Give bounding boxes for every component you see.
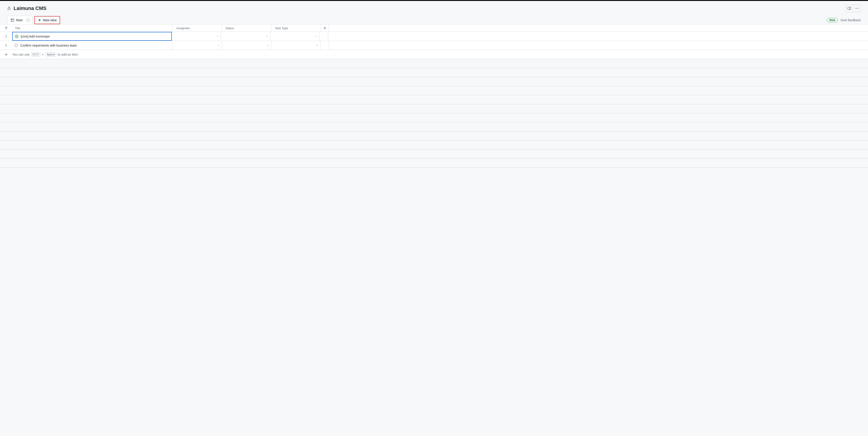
empty-row	[0, 86, 868, 95]
header-right	[845, 4, 861, 12]
svg-rect-1	[848, 7, 851, 10]
lock-icon	[7, 6, 11, 10]
hint-prefix: You can use	[12, 53, 30, 56]
empty-row	[0, 95, 868, 104]
hint-plus: +	[42, 53, 43, 56]
cell-assignees[interactable]	[172, 32, 221, 41]
svg-point-4	[857, 8, 857, 9]
row-title-text: [cms] Add monorepo	[21, 35, 50, 38]
empty-row	[0, 59, 868, 68]
table-icon	[11, 18, 14, 22]
row-number[interactable]: 1	[0, 32, 12, 41]
tabs-right: Beta Give feedback	[827, 18, 861, 22]
table-container: Title Assignees Status Task Type 1 [cms]…	[0, 24, 868, 168]
tab-main[interactable]: Main	[7, 16, 33, 24]
empty-row	[0, 140, 868, 149]
chevron-down-icon	[217, 36, 219, 37]
cell-status[interactable]	[221, 32, 270, 41]
draft-issue-icon	[14, 43, 18, 47]
chevron-down-icon	[218, 45, 219, 46]
kbd-ctrl: Ctrl	[31, 52, 41, 57]
empty-row	[0, 68, 868, 77]
beta-badge: Beta	[827, 18, 838, 22]
column-header-assignees[interactable]: Assignees	[173, 24, 222, 32]
cell-spacer	[320, 32, 328, 41]
table-header-row: Title Assignees Status Task Type	[0, 24, 868, 32]
tabs-left: Main New view	[7, 16, 60, 24]
new-view-label: New view	[43, 18, 57, 22]
column-header-status[interactable]: Status	[222, 24, 271, 32]
empty-row	[0, 132, 868, 140]
cell-spacer	[320, 41, 329, 50]
row-title-cell[interactable]: Confirm requirments with business team	[12, 41, 173, 50]
cell-tasktype[interactable]	[270, 32, 320, 41]
feedback-link[interactable]: Give feedback	[841, 18, 861, 22]
svg-point-17	[16, 36, 17, 37]
table-row: 2 Confirm requirments with business team	[0, 41, 868, 50]
tab-main-label: Main	[16, 18, 23, 22]
empty-row	[0, 77, 868, 86]
cell-assignees[interactable]	[173, 41, 222, 50]
project-title[interactable]: Laimuna CMS	[13, 5, 46, 11]
empty-row	[0, 113, 868, 122]
svg-rect-0	[8, 8, 10, 10]
tab-dropdown-button[interactable]	[26, 18, 31, 22]
svg-rect-6	[11, 19, 14, 22]
more-menu-button[interactable]	[853, 4, 861, 12]
project-header: Laimuna CMS	[0, 1, 868, 16]
chevron-down-icon	[316, 45, 318, 46]
add-item-hint: You can use Ctrl + Space to add an item	[12, 52, 78, 57]
cell-status[interactable]	[222, 41, 271, 50]
kbd-space: Space	[45, 52, 57, 57]
row-title-text: Confirm requirments with business team	[20, 43, 77, 47]
add-item-row[interactable]: You can use Ctrl + Space to add an item	[0, 50, 868, 59]
svg-point-3	[855, 8, 856, 9]
tabs-row: Main New view Beta Give feedback	[0, 16, 868, 24]
row-number[interactable]: 2	[0, 41, 12, 50]
svg-point-5	[858, 8, 858, 9]
column-header-title[interactable]: Title	[12, 24, 173, 32]
new-view-button[interactable]: New view	[34, 16, 60, 24]
chevron-down-icon	[267, 45, 269, 46]
chevron-down-icon	[266, 36, 268, 37]
panel-toggle-button[interactable]	[845, 4, 853, 12]
empty-row	[0, 158, 868, 168]
svg-point-18	[15, 44, 18, 47]
header-left: Laimuna CMS	[7, 5, 46, 11]
empty-row	[0, 149, 868, 158]
add-item-plus-icon	[0, 53, 12, 56]
cell-tasktype[interactable]	[271, 41, 320, 50]
empty-row	[0, 122, 868, 132]
empty-row	[0, 104, 868, 113]
hint-suffix: to add an item	[58, 53, 78, 56]
table-row: 1 [cms] Add monorepo	[0, 32, 868, 41]
issue-open-icon	[15, 35, 19, 38]
add-column-button[interactable]	[320, 24, 329, 32]
row-title-cell[interactable]: [cms] Add monorepo	[12, 32, 172, 41]
filter-button[interactable]	[0, 24, 12, 32]
column-header-tasktype[interactable]: Task Type	[271, 24, 320, 32]
chevron-down-icon	[315, 36, 317, 37]
